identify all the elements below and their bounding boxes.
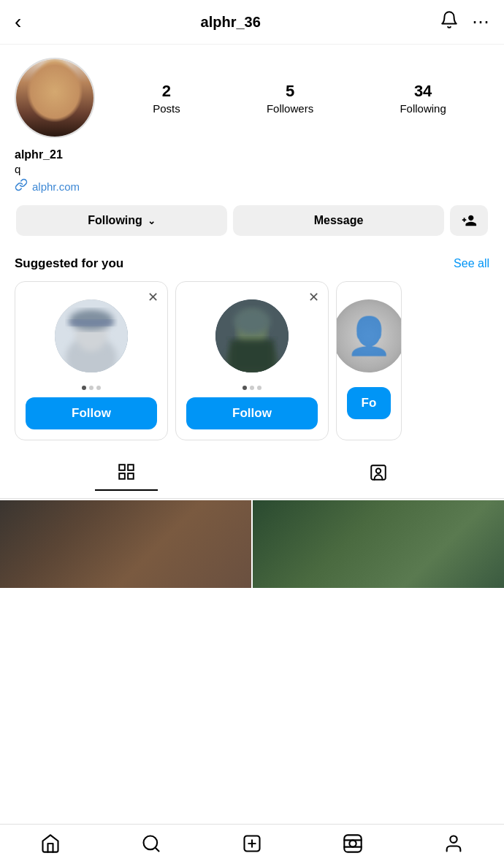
- stat-following[interactable]: 34 Following: [400, 82, 446, 115]
- dot: [96, 386, 101, 390]
- reels-nav-button[interactable]: [343, 833, 363, 854]
- link-icon: [15, 178, 28, 195]
- follow-button-1[interactable]: Follow: [26, 397, 157, 429]
- tagged-tab[interactable]: [347, 460, 410, 490]
- svg-point-15: [375, 469, 381, 474]
- notification-icon[interactable]: [440, 10, 459, 34]
- suggested-title: Suggested for you: [15, 256, 123, 271]
- bottom-nav: [0, 824, 504, 864]
- posts-grid: [0, 500, 504, 588]
- dot: [243, 386, 247, 390]
- svg-rect-10: [119, 465, 125, 470]
- profile-url[interactable]: alphr.com: [32, 180, 80, 193]
- svg-point-22: [349, 840, 356, 846]
- svg-line-17: [155, 847, 159, 851]
- profile-bio: q: [15, 163, 489, 175]
- default-avatar-icon: 👤: [346, 315, 392, 357]
- svg-rect-9: [230, 340, 274, 372]
- back-button[interactable]: ‹: [15, 10, 21, 34]
- home-nav-button[interactable]: [40, 833, 61, 854]
- avatar[interactable]: [15, 58, 95, 138]
- header: ‹ alphr_36 ⋯: [0, 0, 504, 45]
- profile-top: 2 Posts 5 Followers 34 Following: [15, 58, 489, 138]
- header-username: alphr_36: [201, 14, 261, 31]
- following-label: Following: [400, 102, 446, 115]
- posts-count: 2: [162, 82, 171, 101]
- more-options-icon[interactable]: ⋯: [472, 12, 489, 32]
- dot: [250, 386, 254, 390]
- svg-point-25: [450, 836, 457, 843]
- profile-nav-button[interactable]: [443, 833, 464, 854]
- following-count: 34: [414, 82, 432, 101]
- dot: [89, 386, 93, 390]
- dot: [82, 386, 86, 390]
- suggested-card-1: ✕: [15, 281, 168, 440]
- following-button[interactable]: Following ⌄: [16, 205, 227, 236]
- suggested-cards: ✕: [15, 281, 489, 440]
- add-person-button[interactable]: [450, 205, 488, 236]
- profile-section: 2 Posts 5 Followers 34 Following alphr_2…: [0, 45, 504, 243]
- suggested-avatar-2: [215, 299, 289, 372]
- suggested-section: Suggested for you See all ✕: [0, 243, 504, 446]
- profile-info: alphr_21 q alphr.com: [15, 148, 489, 195]
- svg-point-8: [234, 308, 270, 334]
- following-label: Following: [88, 214, 142, 227]
- post-thumbnail-1[interactable]: [0, 500, 251, 588]
- see-all-button[interactable]: See all: [454, 257, 489, 270]
- action-buttons: Following ⌄ Message: [15, 205, 489, 236]
- suggested-card-3: 👤 Fo: [336, 281, 402, 440]
- stat-posts[interactable]: 2 Posts: [153, 82, 180, 115]
- svg-rect-14: [371, 465, 386, 480]
- follow-button-2[interactable]: Follow: [186, 397, 318, 429]
- dot: [257, 386, 261, 390]
- svg-rect-12: [119, 473, 125, 479]
- svg-rect-4: [69, 320, 113, 326]
- stats-row: 2 Posts 5 Followers 34 Following: [110, 82, 489, 115]
- grid-tab[interactable]: [95, 459, 158, 491]
- follow-button-3[interactable]: Fo: [347, 387, 391, 419]
- close-card-2-button[interactable]: ✕: [308, 289, 319, 305]
- posts-label: Posts: [153, 102, 180, 115]
- profile-name: alphr_21: [15, 148, 489, 161]
- chevron-down-icon: ⌄: [148, 215, 156, 226]
- card-1-dots: [82, 386, 101, 390]
- suggested-header: Suggested for you See all: [15, 256, 489, 271]
- svg-rect-11: [128, 465, 134, 470]
- svg-rect-21: [344, 835, 361, 852]
- card-2-dots: [243, 386, 261, 390]
- search-nav-button[interactable]: [141, 833, 161, 854]
- stat-followers[interactable]: 5 Followers: [267, 82, 313, 115]
- suggested-avatar-1: [55, 299, 128, 372]
- close-card-1-button[interactable]: ✕: [148, 289, 159, 305]
- svg-rect-13: [128, 473, 134, 479]
- content-tabs: [0, 452, 504, 499]
- message-button[interactable]: Message: [233, 205, 444, 236]
- suggested-avatar-3: 👤: [336, 299, 402, 372]
- followers-count: 5: [286, 82, 294, 101]
- post-thumbnail-2[interactable]: [253, 500, 504, 588]
- profile-link[interactable]: alphr.com: [15, 178, 489, 195]
- followers-label: Followers: [267, 102, 313, 115]
- suggested-card-2: ✕: [175, 281, 329, 440]
- create-nav-button[interactable]: [242, 833, 262, 854]
- header-icons: ⋯: [440, 10, 489, 34]
